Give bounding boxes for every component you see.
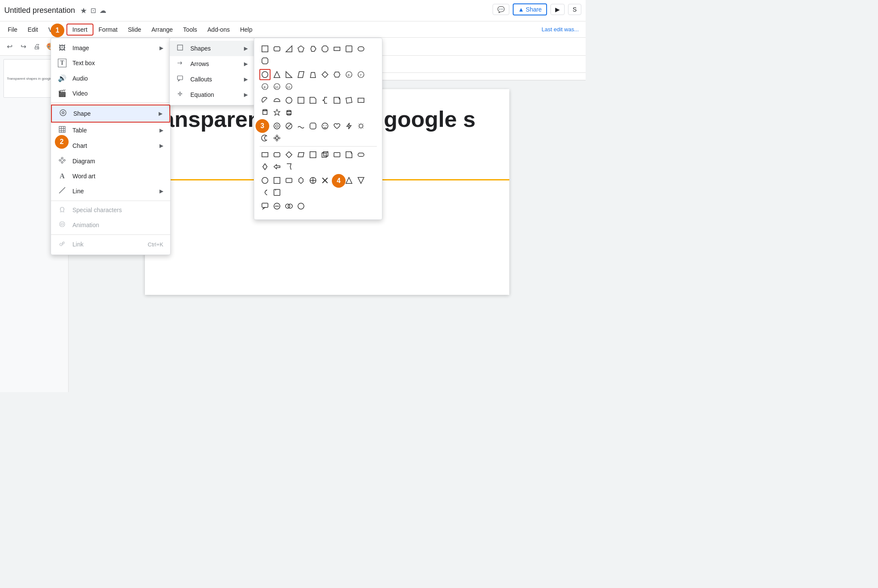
insert-table-item[interactable]: Table ▶ [51,123,170,138]
shape-num12[interactable]: 12 [283,81,295,92]
submenu-arrows-item[interactable]: Arrows ▶ [170,56,255,72]
shape-can[interactable] [283,107,295,118]
shape4-circle2[interactable] [295,201,307,212]
menu-insert[interactable]: Insert [66,24,93,36]
shape2-3d-rect[interactable] [319,149,331,160]
cloud-icon[interactable]: ☁ [99,6,106,15]
menu-file[interactable]: File [3,24,23,35]
shape-parallelogram[interactable] [295,69,307,80]
shape-star5[interactable] [271,107,283,118]
insert-shape-item[interactable]: Shape ▶ [51,105,170,123]
shape-num7[interactable]: 7 [355,69,367,80]
shape-hex2[interactable] [331,69,343,80]
shape2-stadium[interactable] [355,149,367,160]
shape4-minus[interactable] [271,201,283,212]
shape3-circle[interactable] [259,175,271,186]
shape-rect2[interactable] [331,43,343,54]
shape-smiley[interactable] [319,120,331,132]
shape-snip-rect[interactable] [307,95,319,106]
insert-image-item[interactable]: 🖼 Image ▶ [51,41,170,55]
submenu-equation-item[interactable]: ✛ Equation ▶ [170,87,255,102]
shape-cylinder[interactable] [259,107,271,118]
insert-video-item[interactable]: 🎬 Video [51,86,170,101]
shape3-plaque[interactable] [271,187,283,198]
shape-rounded-corner[interactable] [307,120,319,132]
shape-right-triangle[interactable] [283,43,295,54]
shape2-left-arrow[interactable] [271,161,283,172]
shape-trapezoid[interactable] [307,69,319,80]
redo-button[interactable]: ↪ [17,41,29,53]
shape-no-sign[interactable] [283,120,295,132]
shape-num8[interactable]: 8 [259,81,271,92]
shape-flower[interactable] [271,132,283,144]
shape2-diamond2[interactable] [259,161,271,172]
shape3-x[interactable] [319,175,331,186]
shape4-speech[interactable] [259,201,271,212]
shape-hexagon[interactable] [307,43,319,54]
shape-rect4[interactable] [295,95,307,106]
shape-doc[interactable] [331,95,343,106]
shape2-rect3[interactable] [331,149,343,160]
shape-octagon[interactable] [319,43,331,54]
more-options-button[interactable]: S [568,4,581,15]
shape2-folded-rect[interactable] [343,149,355,160]
shape-diamond[interactable] [319,69,331,80]
submenu-shapes-item[interactable]: Shapes ▶ [170,41,255,56]
insert-chart-item[interactable]: Chart ▶ [51,138,170,153]
shape-rect3[interactable] [343,43,355,54]
shape3-down-triangle[interactable] [355,175,367,186]
shape3-cross[interactable] [307,175,319,186]
shape-lightning[interactable] [343,120,355,132]
comments-button[interactable]: 💬 [493,4,509,15]
print-button[interactable]: 🖨 [31,41,43,53]
shape-rounded-rect[interactable] [271,43,283,54]
shape4-combined[interactable] [283,201,295,212]
shape-rounded-rect2[interactable] [355,43,367,54]
shape-brace[interactable] [319,95,331,106]
insert-audio-item[interactable]: 🔊 Audio [51,71,170,86]
shape-triangle[interactable] [271,69,283,80]
shape3-left-bracket[interactable] [259,187,271,198]
shape2-parallelogram[interactable] [295,149,307,160]
present-button[interactable]: ▶ [550,4,565,15]
shape3-complex[interactable] [295,175,307,186]
undo-button[interactable]: ↩ [3,41,15,53]
shape-wave[interactable] [295,120,307,132]
shape2-rect[interactable] [259,149,271,160]
insert-line-item[interactable]: Line ▶ [51,183,170,199]
shape2-diamond[interactable] [283,149,295,160]
menu-tools[interactable]: Tools [178,24,202,35]
submenu-callouts-item[interactable]: Callouts ▶ [170,72,255,87]
shape-slant-rect[interactable] [343,95,355,106]
shape-pentagon[interactable] [295,43,307,54]
drive-icon[interactable]: ⊡ [90,6,96,15]
shape-num10[interactable]: 10 [271,81,283,92]
shape-heart[interactable] [331,120,343,132]
share-button[interactable]: ▲ Share [513,3,547,15]
shape-right-tri2[interactable] [283,69,295,80]
shape-square[interactable] [259,43,271,54]
shape3-rounded2[interactable] [283,175,295,186]
menu-arrange[interactable]: Arrange [146,24,178,35]
shape-bevel-rect[interactable] [259,55,271,66]
shape-rect5[interactable] [355,95,367,106]
favorite-icon[interactable]: ★ [80,6,87,15]
shape3-square[interactable] [271,175,283,186]
shape-moon[interactable] [259,132,271,144]
menu-addons[interactable]: Add-ons [202,24,235,35]
menu-edit[interactable]: Edit [23,24,43,35]
menu-slide[interactable]: Slide [123,24,146,35]
shape-circle[interactable] [259,69,271,80]
insert-diagram-item[interactable]: Diagram [51,153,170,169]
shape-half-circle[interactable] [271,95,283,106]
menu-format[interactable]: Format [93,24,123,35]
shape-circle2[interactable] [283,95,295,106]
shape-donut[interactable] [271,120,283,132]
shape2-rect2[interactable] [307,149,319,160]
shape-num6[interactable]: 6 [343,69,355,80]
shape2-rounded[interactable] [271,149,283,160]
insert-textbox-item[interactable]: T Text box [51,55,170,71]
menu-help[interactable]: Help [235,24,258,35]
insert-wordart-item[interactable]: A Word art [51,169,170,183]
shape-arc[interactable] [259,95,271,106]
